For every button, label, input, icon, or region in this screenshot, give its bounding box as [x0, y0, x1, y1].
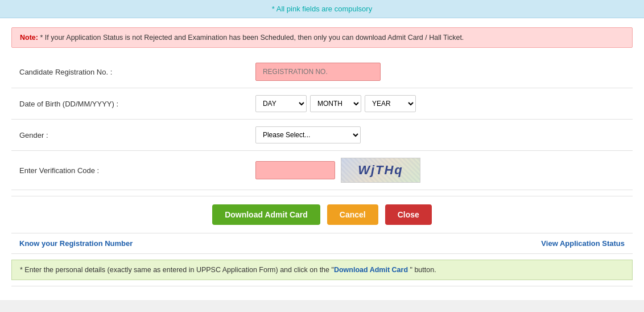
dob-label: Date of Birth (DD/MM/YYYY) :	[11, 88, 247, 120]
month-select[interactable]: MONTH JanuaryFebruary	[310, 95, 361, 112]
form-table: Candidate Registration No. : Date of Bir…	[11, 56, 633, 190]
captcha-row: Enter Verification Code : WjTHq	[11, 151, 633, 190]
captcha-text: WjTHq	[358, 163, 403, 178]
day-select[interactable]: DAY 123	[255, 95, 307, 112]
gender-select[interactable]: Please Select... Male Female Transgender	[255, 126, 361, 143]
info-text-end: " button.	[408, 266, 436, 274]
button-row: Download Admit Card Cancel Close	[11, 196, 633, 233]
registration-label: Candidate Registration No. :	[11, 56, 247, 88]
note-text: * If your Application Status is not Reje…	[40, 34, 464, 42]
view-application-status-link[interactable]: View Application Status	[541, 239, 625, 248]
close-button[interactable]: Close	[385, 204, 432, 225]
note-label: Note:	[20, 34, 38, 42]
year-select[interactable]: YEAR 20001999	[365, 95, 416, 112]
registration-input[interactable]	[255, 63, 381, 81]
gender-label: Gender :	[11, 120, 247, 151]
dob-row: Date of Birth (DD/MM/YYYY) : DAY 123 MON…	[11, 88, 633, 120]
top-banner: * All pink fields are compulsory	[0, 0, 644, 18]
gender-row: Gender : Please Select... Male Female Tr…	[11, 120, 633, 151]
note-box: Note: * If your Application Status is no…	[11, 27, 633, 48]
info-bar: * Enter the personal details (exactly sa…	[11, 260, 633, 280]
bottom-divider	[11, 286, 633, 286]
compulsory-notice: * All pink fields are compulsory	[272, 5, 372, 13]
links-row: Know your Registration Number View Appli…	[11, 233, 633, 254]
captcha-image: WjTHq	[341, 158, 420, 183]
captcha-input[interactable]	[255, 161, 335, 179]
captcha-label: Enter Verification Code :	[11, 151, 247, 190]
know-registration-link[interactable]: Know your Registration Number	[19, 239, 133, 248]
registration-row: Candidate Registration No. :	[11, 56, 633, 88]
download-admit-card-button[interactable]: Download Admit Card	[212, 204, 320, 225]
info-text: * Enter the personal details (exactly sa…	[20, 266, 334, 274]
info-link-text: Download Admit Card	[334, 266, 408, 274]
cancel-button[interactable]: Cancel	[327, 204, 378, 225]
